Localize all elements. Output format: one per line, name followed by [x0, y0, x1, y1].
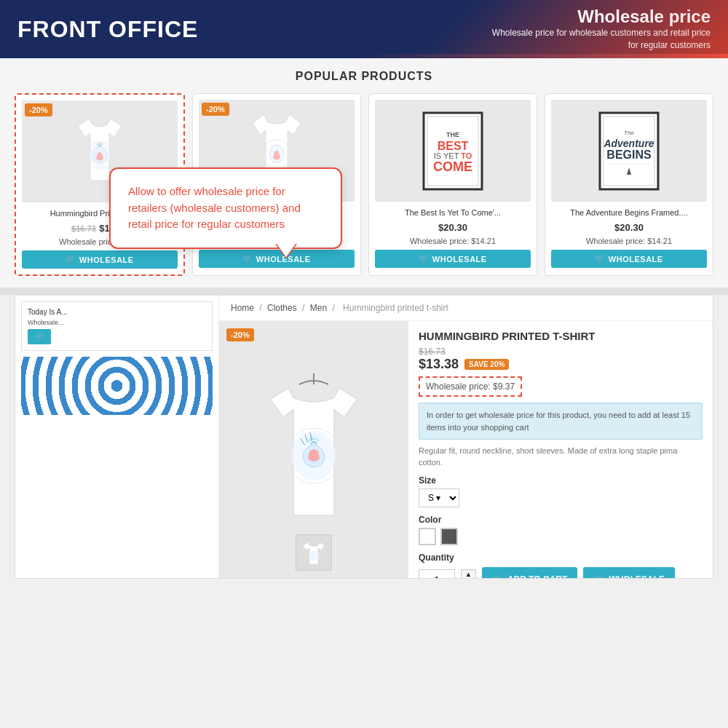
cart-icon-1: 🛒: [66, 255, 76, 264]
detail-price-old: $16.73: [419, 347, 703, 357]
price-new-3: $20.30: [438, 222, 467, 233]
poster2-icon: The Adventure BEGINS: [596, 109, 662, 193]
thumb-strip: [226, 534, 401, 571]
product-image-area: -20%: [219, 321, 408, 578]
color-swatch-dark[interactable]: [440, 528, 458, 545]
price-new-4: $20.30: [614, 222, 644, 233]
header: FRONT OFFICE Wholesale price Wholesale p…: [0, 0, 728, 58]
svg-text:Adventure: Adventure: [603, 138, 654, 149]
product-page: Today Is A... Wholesale... 🛒 Home / Clot…: [15, 295, 713, 579]
qty-input[interactable]: [419, 569, 455, 579]
product-discount-badge: -20%: [226, 328, 254, 341]
qty-row: ▲ ▼ 🛒 ADD TO CART 🛒 WHOLESALE: [419, 567, 703, 578]
product-card-3: THE BEST IS YET TO COME The Best Is Yet …: [368, 93, 537, 276]
product-page-content: -20%: [219, 321, 713, 578]
save-badge: SAVE 20%: [464, 359, 509, 370]
thumb-1[interactable]: [296, 534, 332, 571]
size-select[interactable]: S ▾ M L XL: [419, 488, 459, 507]
partial-card-wholesale: Wholesale...: [28, 319, 206, 326]
product-img-3: THE BEST IS YET TO COME: [375, 100, 531, 202]
partial-card: Today Is A... Wholesale... 🛒: [21, 301, 213, 351]
breadcrumb-men[interactable]: Men: [310, 303, 327, 313]
add-to-cart-icon: 🛒: [492, 574, 503, 578]
partial-card-name: Today Is A...: [28, 308, 206, 316]
svg-point-19: [309, 550, 319, 561]
btn-wholesale-4[interactable]: 🛒 WHOLESALE: [551, 250, 707, 268]
brand-title: FRONT OFFICE: [17, 16, 198, 43]
cart-icon-4: 🛒: [595, 254, 606, 264]
product-prices-3: $20.30: [375, 221, 531, 234]
qty-label: Quantity: [419, 553, 703, 563]
price-old-1: $16.73: [71, 224, 96, 233]
add-to-cart-label: ADD TO CART: [507, 574, 567, 578]
breadcrumb-home[interactable]: Home: [231, 303, 254, 313]
breadcrumb: Home / Clothes / Men / Hummingbird print…: [219, 296, 713, 321]
breadcrumb-sep2: /: [302, 303, 307, 313]
partial-cart-icon: 🛒: [35, 333, 44, 341]
svg-text:COME: COME: [433, 159, 472, 174]
qty-stepper: ▲ ▼: [461, 569, 476, 578]
product-img-4: The Adventure BEGINS: [551, 100, 707, 202]
wholesale-detail-icon: 🛒: [593, 574, 604, 578]
color-swatch-white[interactable]: [419, 528, 436, 545]
product-name-4: The Adventure Begins Framed....: [551, 207, 707, 218]
cart-icon-3: 🛒: [419, 254, 430, 264]
cart-icon-2: 🛒: [242, 254, 253, 264]
breadcrumb-sep3: /: [332, 303, 337, 313]
svg-text:THE: THE: [446, 131, 459, 138]
svg-text:BEGINS: BEGINS: [606, 149, 652, 161]
product-page-main: Home / Clothes / Men / Hummingbird print…: [219, 296, 713, 578]
detail-price-new: $13.38: [419, 357, 459, 372]
popular-title: POPULAR PRODUCTS: [15, 70, 713, 83]
product-page-left: Today Is A... Wholesale... 🛒: [15, 296, 219, 578]
color-label: Color: [419, 515, 703, 525]
qty-up[interactable]: ▲: [462, 570, 475, 578]
info-box: In order to get wholesale price for this…: [419, 403, 703, 440]
breadcrumb-sep1: /: [259, 303, 264, 313]
wholesale-price-3: Wholesale price: $14.21: [375, 237, 531, 245]
product-detail-area: HUMMINGBIRD PRINTED T-SHIRT $16.73 $13.3…: [408, 321, 713, 578]
desc-text: Regular fit, round neckline, short sleev…: [419, 446, 703, 468]
callout-text: Allow to offer wholesale price for retai…: [128, 185, 301, 230]
product-detail-title: HUMMINGBIRD PRINTED T-SHIRT: [419, 330, 703, 342]
size-label: Size: [419, 475, 703, 486]
poster1-icon: THE BEST IS YET TO COME: [420, 109, 486, 193]
product-card-4: The Adventure BEGINS The Adventure Begin…: [545, 93, 713, 276]
product-name-3: The Best Is Yet To Come'...: [375, 207, 531, 218]
color-options: [419, 528, 703, 545]
btn-wholesale-3[interactable]: 🛒 WHOLESALE: [375, 250, 531, 268]
section-separator: [0, 288, 728, 295]
callout-box: Allow to offer wholesale price for retai…: [109, 167, 342, 249]
wholesale-detail-label: WHOLESALE: [609, 574, 665, 578]
add-to-cart-button[interactable]: 🛒 ADD TO CART: [482, 567, 577, 578]
product-prices-4: $20.30: [551, 221, 707, 234]
btn-wholesale-label-1: WHOLESALE: [79, 256, 134, 264]
breadcrumb-product: Hummingbird printed t-shirt: [343, 303, 448, 313]
btn-wholesale-1[interactable]: 🛒 WHOLESALE: [22, 250, 178, 269]
wholesale-box: Wholesale price: $9.37: [419, 376, 522, 397]
svg-text:BEST: BEST: [438, 140, 469, 152]
discount-badge-2: -20%: [202, 103, 229, 116]
breadcrumb-clothes[interactable]: Clothes: [267, 303, 297, 313]
wholesale-price-4: Wholesale price: $14.21: [551, 237, 707, 245]
pattern-area: [21, 357, 213, 415]
btn-wholesale-detail[interactable]: 🛒 WHOLESALE: [583, 567, 675, 578]
detail-price-row: $13.38 SAVE 20%: [419, 357, 703, 372]
thumb-img-1: [299, 538, 328, 567]
product-main-image: [248, 370, 379, 530]
btn-wholesale-label-4: WHOLESALE: [609, 255, 663, 264]
svg-text:The: The: [624, 130, 634, 136]
discount-badge-1: -20%: [25, 103, 52, 116]
btn-wholesale-label-3: WHOLESALE: [432, 255, 487, 264]
partial-btn[interactable]: 🛒: [28, 329, 51, 344]
